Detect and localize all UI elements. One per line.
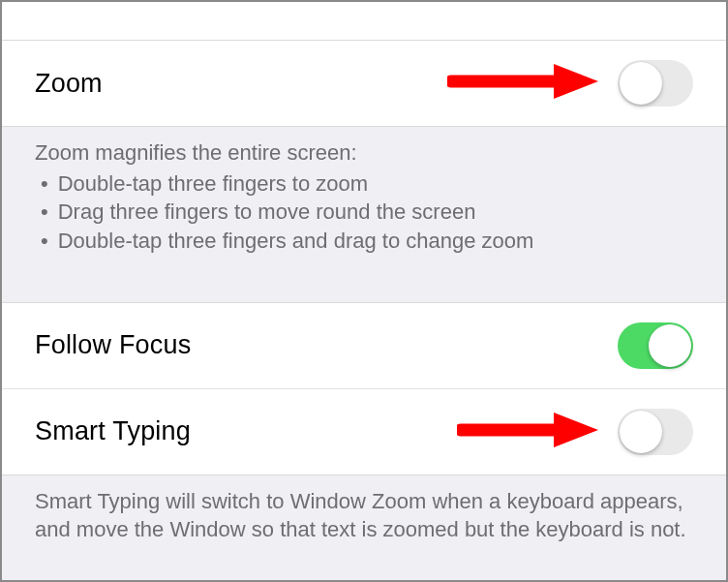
zoom-help-item: Double-tap three fingers to zoom [35, 169, 693, 199]
toggle-knob [620, 411, 662, 453]
zoom-toggle[interactable] [618, 60, 693, 107]
toggle-knob [649, 324, 691, 367]
follow-focus-label: Follow Focus [35, 330, 191, 360]
header-spacer [2, 2, 726, 41]
zoom-label: Zoom [35, 69, 103, 99]
smart-typing-label: Smart Typing [35, 416, 191, 446]
annotation-arrow-icon [447, 62, 598, 101]
toggle-knob [620, 62, 662, 105]
zoom-help-block: Zoom magnifies the entire screen: Double… [2, 127, 726, 277]
follow-focus-row: Follow Focus [2, 302, 726, 389]
smart-typing-toggle[interactable] [618, 409, 693, 455]
zoom-help-title: Zoom magnifies the entire screen: [35, 138, 693, 168]
zoom-help-list: Double-tap three fingers to zoom Drag th… [35, 169, 693, 256]
section-gap [2, 277, 726, 302]
smart-typing-help: Smart Typing will switch to Window Zoom … [2, 475, 726, 566]
follow-focus-toggle[interactable] [618, 322, 693, 369]
settings-pane: Zoom Zoom magnifies the entire screen: D… [2, 2, 726, 566]
zoom-row: Zoom [2, 41, 726, 127]
zoom-help-item: Double-tap three fingers and drag to cha… [35, 227, 693, 256]
svg-marker-1 [554, 64, 598, 99]
annotation-arrow-icon [457, 411, 598, 449]
zoom-help-item: Drag three fingers to move round the scr… [35, 198, 693, 227]
svg-marker-3 [554, 413, 598, 447]
smart-typing-row: Smart Typing [2, 389, 726, 475]
